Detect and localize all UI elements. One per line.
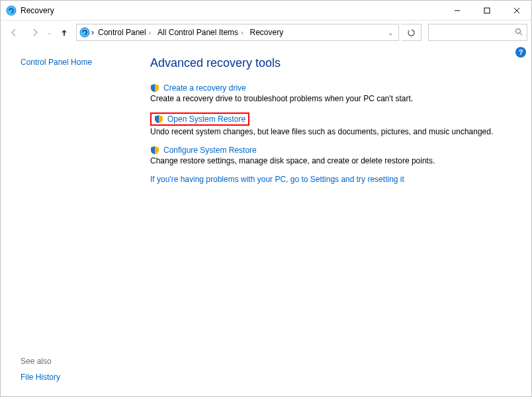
help-icon[interactable]: ? xyxy=(515,47,526,58)
close-button[interactable] xyxy=(502,1,531,20)
breadcrumb-label: Control Panel xyxy=(98,28,146,37)
chevron-right-icon: › xyxy=(91,28,94,37)
main-pane: ? Advanced recovery tools Create a recov… xyxy=(140,44,531,396)
shield-icon xyxy=(150,83,159,93)
breadcrumb-label: All Control Panel Items xyxy=(157,28,238,37)
tool-description: Undo recent system changes, but leave fi… xyxy=(150,127,518,136)
recent-locations-dropdown[interactable]: ⌄ xyxy=(47,29,52,36)
tool-open-system-restore: Open System Restore Undo recent system c… xyxy=(150,112,518,136)
minimize-button[interactable] xyxy=(442,1,472,20)
page-title: Advanced recovery tools xyxy=(150,56,518,70)
up-button[interactable] xyxy=(55,23,73,42)
svg-rect-2 xyxy=(484,8,490,13)
recovery-app-icon xyxy=(6,5,17,16)
breadcrumb-label: Recovery xyxy=(249,28,283,37)
titlebar: Recovery xyxy=(1,1,531,21)
recovery-path-icon xyxy=(79,27,90,38)
maximize-button[interactable] xyxy=(472,1,502,20)
breadcrumb-recovery[interactable]: Recovery xyxy=(247,28,286,37)
search-field[interactable] xyxy=(433,27,515,38)
see-also-heading: See also xyxy=(21,357,140,366)
search-input[interactable] xyxy=(428,24,527,41)
open-system-restore-link[interactable]: Open System Restore xyxy=(167,114,245,124)
chevron-right-icon: › xyxy=(241,29,243,36)
svg-point-5 xyxy=(80,28,89,37)
svg-line-7 xyxy=(520,33,522,35)
tool-description: Create a recovery drive to troubleshoot … xyxy=(150,94,518,103)
window-controls xyxy=(442,1,531,20)
reset-pc-help-link[interactable]: If you're having problems with your PC, … xyxy=(150,175,404,184)
highlight-annotation: Open System Restore xyxy=(150,112,249,126)
create-recovery-drive-link[interactable]: Create a recovery drive xyxy=(163,83,246,93)
navbar: ⌄ › Control Panel › All Control Panel It… xyxy=(1,21,531,44)
address-bar[interactable]: › Control Panel › All Control Panel Item… xyxy=(76,24,399,41)
svg-point-6 xyxy=(516,28,521,33)
chevron-right-icon: › xyxy=(149,29,151,36)
window-title: Recovery xyxy=(21,6,54,15)
file-history-link[interactable]: File History xyxy=(21,373,140,382)
tool-description: Change restore settings, manage disk spa… xyxy=(150,156,518,165)
left-pane: Control Panel Home See also File History xyxy=(1,44,140,396)
tool-create-recovery-drive: Create a recovery drive Create a recover… xyxy=(150,83,518,103)
breadcrumb-all-items[interactable]: All Control Panel Items › xyxy=(155,28,245,37)
search-icon xyxy=(515,28,523,38)
configure-system-restore-link[interactable]: Configure System Restore xyxy=(163,146,257,155)
tool-configure-system-restore: Configure System Restore Change restore … xyxy=(150,146,518,165)
svg-point-0 xyxy=(7,6,16,15)
refresh-button[interactable] xyxy=(402,24,421,41)
shield-icon xyxy=(150,146,159,155)
address-history-dropdown[interactable]: ⌄ xyxy=(385,29,396,36)
forward-button[interactable] xyxy=(26,23,44,42)
content-body: Control Panel Home See also File History… xyxy=(1,44,531,396)
back-button[interactable] xyxy=(5,23,23,42)
shield-icon xyxy=(154,114,163,124)
control-panel-home-link[interactable]: Control Panel Home xyxy=(21,58,140,67)
window: Recovery ⌄ › xyxy=(0,0,532,397)
breadcrumb-control-panel[interactable]: Control Panel › xyxy=(95,28,154,37)
